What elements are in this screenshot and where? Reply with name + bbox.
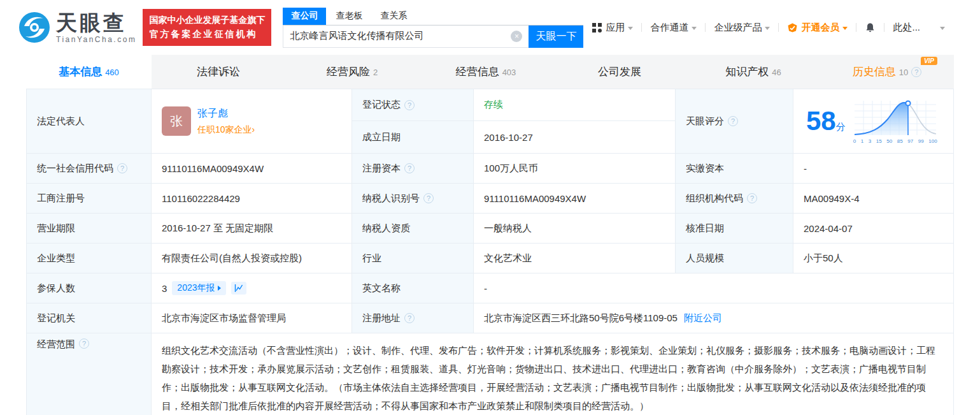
org-code-label-cell: 组织机构代码 ? xyxy=(676,184,793,213)
insured-value-cell: 3 2023年报 xyxy=(152,273,352,303)
tab-count: 403 xyxy=(502,68,516,77)
insured-trend-chart-button[interactable] xyxy=(231,282,246,295)
tianyancha-logo-icon xyxy=(18,11,51,44)
legal-rep-label-cell: 法定代表人 xyxy=(27,89,152,153)
field-label: 组织机构代码 xyxy=(686,193,743,205)
table-row: 经营范围 ? 组织文化艺术交流活动（不含营业性演出）；设计、制作、代理、发布广告… xyxy=(27,333,953,415)
reg-address-value: 北京市海淀区西三环北路50号院6号楼1109-05 xyxy=(484,312,678,324)
brand-domain: TianYanCha.com xyxy=(56,36,136,43)
chevron-down-icon xyxy=(765,27,770,30)
annual-report-chip[interactable]: 2023年报 xyxy=(172,281,225,295)
tab-label: 历史信息 xyxy=(853,64,896,79)
help-icon[interactable]: ? xyxy=(728,116,738,126)
nav-apps[interactable]: 应用 xyxy=(583,22,641,34)
help-icon[interactable]: ? xyxy=(79,339,89,349)
section-tabbar: 基本信息 460 法律诉讼 经营风险 2 经营信息 403 公司发展 知识产权 … xyxy=(26,55,954,89)
field-label: 登记机关 xyxy=(37,312,75,324)
help-icon[interactable]: ? xyxy=(404,100,415,110)
org-code-value: MA00949X-4 xyxy=(804,193,860,204)
nav-partnership-label: 合作通道 xyxy=(650,22,688,34)
english-name-value: - xyxy=(484,283,487,294)
field-label: 参保人数 xyxy=(37,282,75,295)
paid-capital-value-cell: - xyxy=(793,154,953,183)
reg-authority-label-cell: 登记机关 xyxy=(27,303,152,333)
field-label: 营业期限 xyxy=(37,222,75,235)
company-info-table: 法定代表人 张 张子彪 任职10家企业› 登记状态 ? 存续 天眼评分 ? 58… xyxy=(26,89,954,415)
taxpayer-id-label-cell: 纳税人识别号 ? xyxy=(352,184,474,213)
taxpayer-id-value-cell: 91110116MA00949X4W xyxy=(474,184,676,213)
field-label: 注册资本 xyxy=(362,163,401,175)
tab-legal-litigation[interactable]: 法律诉讼 xyxy=(152,55,285,89)
help-icon[interactable]: ? xyxy=(747,193,757,203)
brand-name: 天眼查 xyxy=(56,12,136,33)
approval-date-label-cell: 核准日期 xyxy=(676,214,793,243)
reg-address-label-cell: 注册地址 ? xyxy=(352,303,474,333)
search-area: 查公司 查老板 查关系 × 天眼一下 xyxy=(283,8,583,48)
search-tab-relation[interactable]: 查关系 xyxy=(372,8,415,25)
nav-apps-label: 应用 xyxy=(606,22,625,34)
field-label: 经营范围 xyxy=(37,339,75,351)
search-input[interactable] xyxy=(290,31,511,41)
credit-code-value-cell: 91110116MA00949X4W xyxy=(152,154,352,183)
help-icon[interactable]: ? xyxy=(117,163,127,173)
english-name-value-cell: - xyxy=(474,273,953,303)
reg-capital-value: 100万人民币 xyxy=(484,163,538,175)
search-button[interactable]: 天眼一下 xyxy=(529,25,583,48)
search-tab-company[interactable]: 查公司 xyxy=(283,8,326,25)
reg-authority-value: 北京市海淀区市场监督管理局 xyxy=(162,312,286,324)
tab-label: 公司发展 xyxy=(598,64,641,79)
tab-label: 基本信息 xyxy=(59,64,102,79)
tab-basic-info[interactable]: 基本信息 460 xyxy=(26,55,152,89)
score-unit: 分 xyxy=(836,121,846,132)
field-label: 登记状态 xyxy=(362,99,401,111)
avatar[interactable]: 张 xyxy=(162,106,191,136)
credit-code-value: 91110116MA00949X4W xyxy=(162,163,264,174)
tab-count: 2 xyxy=(373,68,378,77)
score-number: 58 xyxy=(806,106,836,136)
nav-open-membership[interactable]: 开通会员 xyxy=(779,22,856,34)
chevron-right-icon xyxy=(218,286,221,291)
help-icon[interactable]: ? xyxy=(911,67,921,77)
field-label: 工商注册号 xyxy=(37,193,85,205)
company-type-value-cell: 有限责任公司(自然人投资或控股) xyxy=(152,244,352,273)
tab-company-development[interactable]: 公司发展 xyxy=(553,55,686,89)
field-label: 统一社会信用代码 xyxy=(37,163,113,175)
tab-history-info[interactable]: VIP 历史信息 10 ? xyxy=(820,55,954,89)
field-label: 注册地址 xyxy=(362,312,401,324)
paid-capital-label-cell: 实缴资本 xyxy=(676,154,793,183)
tab-intellectual-property[interactable]: 知识产权 46 xyxy=(686,55,820,89)
nav-enterprise-products[interactable]: 企业级产品 xyxy=(706,22,778,34)
nav-enterprise-products-label: 企业级产品 xyxy=(714,22,762,34)
field-label: 纳税人识别号 xyxy=(362,193,420,205)
nav-more[interactable]: 此处... xyxy=(884,22,953,34)
legal-rep-positions-link[interactable]: 任职10家企业› xyxy=(197,124,255,136)
positions-text: 任职10家企业 xyxy=(197,124,252,135)
help-icon[interactable]: ? xyxy=(423,193,434,203)
nearby-companies-link[interactable]: 附近公司 xyxy=(684,312,722,324)
notifications-button[interactable] xyxy=(856,22,884,33)
help-icon[interactable]: ? xyxy=(404,163,415,173)
business-scope-value: 组织文化艺术交流活动（不含营业性演出）；设计、制作、代理、发布广告；软件开发；计… xyxy=(162,341,938,415)
tab-business-info[interactable]: 经营信息 403 xyxy=(419,55,553,89)
field-label: 英文名称 xyxy=(362,282,401,295)
credit-code-label-cell: 统一社会信用代码 ? xyxy=(27,154,152,183)
field-label: 天眼评分 xyxy=(686,115,724,127)
english-name-label-cell: 英文名称 xyxy=(352,273,474,303)
clear-search-icon[interactable]: × xyxy=(511,31,522,42)
legal-rep-name-link[interactable]: 张子彪 xyxy=(197,107,255,120)
reg-number-value-cell: 110116022284429 xyxy=(152,184,352,213)
company-type-value: 有限责任公司(自然人投资或控股) xyxy=(162,252,302,265)
bell-curve-chart xyxy=(853,98,937,138)
tianyancha-logo[interactable]: 天眼查 TianYanCha.com xyxy=(18,11,136,44)
search-tab-boss[interactable]: 查老板 xyxy=(327,8,371,25)
search-tabs: 查公司 查老板 查关系 xyxy=(283,8,583,25)
top-nav: 应用 合作通道 企业级产品 开通会员 xyxy=(583,22,953,34)
score-value-cell[interactable]: 58分 xyxy=(793,89,953,153)
reg-status-label-cell: 登记状态 ? xyxy=(352,89,474,121)
business-scope-value-cell: 组织文化艺术交流活动（不含营业性演出）；设计、制作、代理、发布广告；软件开发；计… xyxy=(152,333,953,415)
help-icon[interactable]: ? xyxy=(404,313,415,323)
nav-partnership[interactable]: 合作通道 xyxy=(642,22,705,34)
tab-operation-risk[interactable]: 经营风险 2 xyxy=(285,55,419,89)
table-row: 工商注册号 110116022284429 纳税人识别号 ? 91110116M… xyxy=(27,184,953,214)
tab-label: 知识产权 xyxy=(725,64,769,79)
